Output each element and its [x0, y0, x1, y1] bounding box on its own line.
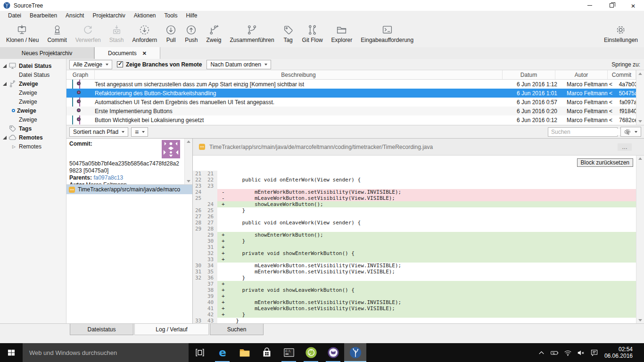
- expander-icon[interactable]: [3, 136, 7, 140]
- commit-row[interactable]: Erste Implementierung Buttons 6 Jun 2016…: [66, 107, 644, 115]
- reset-block-button[interactable]: Block zurücksetzen: [577, 158, 633, 167]
- sidebar-section-file-status[interactable]: Datei Status: [0, 70, 66, 79]
- diff-line[interactable]: 29 + showEnterWorkButton();: [193, 232, 636, 238]
- wifi-icon[interactable]: [563, 348, 573, 358]
- diff-line[interactable]: 39 +: [193, 293, 636, 299]
- diff-line[interactable]: 23 23: [193, 183, 636, 189]
- column-header-commit[interactable]: Commit: [608, 70, 636, 79]
- diff-line[interactable]: 31 35 mEnterWorkButton.setVisibility(Vie…: [193, 269, 636, 275]
- diff-line[interactable]: 30 + }: [193, 238, 636, 244]
- commit-button[interactable]: Commit: [43, 22, 71, 46]
- volume-muted-icon[interactable]: [576, 348, 586, 358]
- discard-button[interactable]: Verwerfen: [71, 22, 105, 46]
- diff-line[interactable]: 38 + private void showLeaveWorkButton() …: [193, 287, 636, 293]
- sidebar-section-zweige[interactable]: Zweige: [0, 88, 66, 97]
- bottom-tab-log-verlauf[interactable]: Log / Verlauf: [134, 324, 209, 335]
- edge-icon[interactable]: [211, 343, 233, 362]
- file-sort-dropdown[interactable]: Sortiert nach Pfad: [69, 127, 128, 137]
- sidebar-section-zweige[interactable]: Zweige: [0, 106, 66, 115]
- column-header-autor[interactable]: Autor: [555, 70, 608, 79]
- view-options-dropdown[interactable]: [131, 127, 148, 137]
- scroll-up-icon[interactable]: [638, 157, 642, 160]
- expander-icon[interactable]: [3, 82, 7, 86]
- sidebar-section-remotes[interactable]: Remotes: [0, 133, 66, 142]
- settings-button[interactable]: Einstellungen: [600, 22, 642, 46]
- scroll-up-icon[interactable]: [187, 140, 190, 143]
- expander-icon[interactable]: [3, 64, 7, 68]
- branch-button[interactable]: Zweig: [202, 22, 226, 46]
- pull-button[interactable]: Pull: [161, 22, 181, 46]
- diff-line[interactable]: 25 - mLeaveWorkButton.setVisibility(View…: [193, 195, 636, 201]
- menu-aktionen[interactable]: Aktionen: [130, 11, 160, 20]
- remote-branches-checkbox[interactable]: [117, 61, 123, 67]
- android-studio-icon[interactable]: [300, 343, 322, 362]
- action-center-icon[interactable]: [589, 348, 599, 358]
- diff-line[interactable]: 33 43 }: [193, 318, 636, 323]
- sidebar-section-file-status[interactable]: Datei Status: [0, 61, 66, 70]
- fetch-button[interactable]: Anfordern: [128, 22, 161, 46]
- sidebar-section-zweige[interactable]: Zweige: [0, 115, 66, 124]
- diff-line[interactable]: 37 +: [193, 281, 636, 287]
- diff-line[interactable]: 24 - mEnterWorkButton.setVisibility(View…: [193, 189, 636, 195]
- merge-button[interactable]: Zusammenführen: [226, 22, 279, 46]
- close-button[interactable]: [622, 0, 644, 11]
- commit-info-scrollbar[interactable]: [184, 139, 192, 184]
- diff-line[interactable]: 29 28: [193, 226, 636, 232]
- diff-line[interactable]: 31 +: [193, 244, 636, 250]
- taskbar-search-box[interactable]: Web und Windows durchsuchen: [23, 343, 189, 362]
- column-header-graph[interactable]: Graph: [66, 70, 95, 79]
- file-item-timerecording[interactable]: TimeTracker/app/src/main/java/de/marco: [66, 185, 192, 194]
- clone-new-button[interactable]: Klonen / Neu: [2, 22, 43, 46]
- commit-row[interactable]: Automatischen UI Test dem Ergebnis des m…: [66, 98, 644, 107]
- menu-ansicht[interactable]: Ansicht: [61, 11, 88, 20]
- gitflow-button[interactable]: Git Flow: [298, 22, 327, 46]
- diff-line[interactable]: 32 36 }: [193, 275, 636, 281]
- menu-bearbeiten[interactable]: Bearbeiten: [25, 11, 61, 20]
- diff-line[interactable]: 42 + }: [193, 312, 636, 318]
- search-input[interactable]: [551, 129, 624, 135]
- sort-order-dropdown[interactable]: Nach Datum ordnen: [206, 60, 271, 69]
- terminal-button[interactable]: Eingabeaufforderung: [356, 22, 418, 46]
- sidebar-section-zweige[interactable]: Zweige: [0, 79, 66, 88]
- bottom-tab-suchen[interactable]: Suchen: [210, 324, 264, 335]
- diff-settings-dropdown[interactable]: [620, 127, 641, 137]
- scroll-down-icon[interactable]: [638, 120, 642, 123]
- battery-icon[interactable]: [550, 348, 560, 358]
- commit-row[interactable]: Button Wichtigkeit bei Lokalisierung ges…: [66, 115, 644, 124]
- diff-line[interactable]: 32 + private void showEnterWorkButton() …: [193, 250, 636, 256]
- diff-line[interactable]: 22 22 public void onEnterWork(View sende…: [193, 177, 636, 183]
- column-header-datum[interactable]: Datum: [503, 70, 555, 79]
- diff-line[interactable]: 41 + mLeaveWorkButton.setVisibility(View…: [193, 305, 636, 312]
- commit-row[interactable]: Refaktorierung des Button-Sichtbarkeitsh…: [66, 89, 644, 98]
- diff-line[interactable]: 40 + mEnterWorkButton.setVisibility(View…: [193, 299, 636, 305]
- diff-line[interactable]: 33 +: [193, 256, 636, 263]
- scroll-down-icon[interactable]: [187, 180, 190, 182]
- diff-line[interactable]: 21 21: [193, 171, 636, 177]
- branch-filter-dropdown[interactable]: Alle Zweige: [69, 60, 112, 69]
- stash-button[interactable]: Stash: [105, 22, 128, 46]
- parent-commit-link[interactable]: fa097a8c13: [93, 174, 123, 181]
- taskbar-clock[interactable]: 02:54 06.06.2016: [603, 346, 636, 359]
- commit-row[interactable]: Test angepasst um sicherzustellen dass z…: [66, 80, 644, 89]
- menu-projektarchiv[interactable]: Projektarchiv: [88, 11, 129, 20]
- diff-line[interactable]: 26 25 }: [193, 207, 636, 214]
- scroll-down-icon[interactable]: [638, 319, 642, 321]
- diff-line[interactable]: 30 34 mLeaveWorkButton.setVisibility(Vie…: [193, 263, 636, 269]
- collapsed-arrow-icon[interactable]: [12, 144, 19, 149]
- diff-line[interactable]: 28 27 public void onLeaveWork(View sende…: [193, 220, 636, 226]
- diff-scrollbar[interactable]: [636, 156, 644, 323]
- tab-close-icon[interactable]: [142, 50, 147, 57]
- bottom-tab-dateistatus[interactable]: Dateistatus: [70, 324, 133, 335]
- diff-line[interactable]: 27 26: [193, 214, 636, 220]
- diff-line[interactable]: 24 + showLeaveWorkButton();: [193, 201, 636, 207]
- sourcetree-icon[interactable]: [344, 343, 366, 362]
- column-header-beschreibung[interactable]: Beschreibung: [95, 70, 503, 79]
- sidebar-section-zweige[interactable]: Zweige: [0, 97, 66, 106]
- tag-button[interactable]: Tag: [279, 22, 298, 46]
- explorer-button[interactable]: Explorer: [327, 22, 357, 46]
- push-button[interactable]: Push: [181, 22, 202, 46]
- command-prompt-icon[interactable]: [278, 343, 300, 362]
- sidebar-section-tags[interactable]: Tags: [0, 124, 66, 133]
- tray-chevron-up-icon[interactable]: [537, 348, 546, 358]
- more-options-button[interactable]: [618, 143, 632, 151]
